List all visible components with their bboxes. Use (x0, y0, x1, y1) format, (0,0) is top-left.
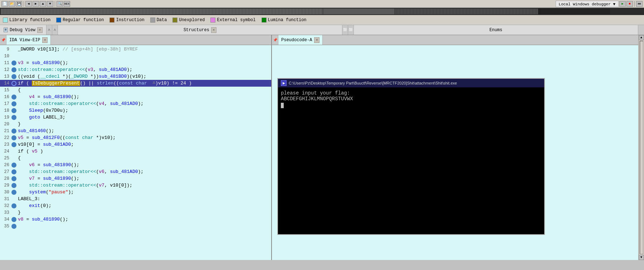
legend-regular: Regular function (56, 18, 104, 23)
legend-external-label: External symbol (217, 18, 255, 23)
tab-debug-view[interactable]: ≡ Debug View × (0, 25, 47, 35)
legend-lumina: Lumina function (262, 18, 307, 23)
console-prompt-line2: ABCDEFGHIJKLMNOPQRSTUVWX (281, 96, 541, 102)
dot-31 (11, 197, 16, 202)
code-text-16: v4 = sub_481890(); (18, 94, 79, 100)
legend-unexplored: Unexplored (172, 18, 205, 23)
step-icon[interactable]: ⏭ (636, 1, 643, 7)
code-line-29: 29 std::ostream::operator<<(v7, v10[0]); (0, 182, 271, 189)
tab-enums[interactable]: Enums (354, 25, 638, 35)
dot-17 (11, 101, 16, 106)
stop-icon[interactable]: ■ (626, 1, 633, 7)
legend-data: Data (150, 18, 167, 23)
run-icon[interactable]: ▶ (619, 1, 626, 7)
legend-unexplored-color (172, 18, 177, 23)
debugger-selector[interactable]: Local Windows debugger ▼ (556, 1, 619, 7)
code-line-34: 34 v8 = sub_481890(); (0, 216, 271, 223)
new-icon[interactable]: 📄 (1, 1, 8, 7)
forward-icon[interactable]: ▶ (33, 1, 39, 7)
structures-collapse[interactable]: ⬜ (342, 25, 348, 35)
debug-view-expand[interactable]: A (47, 25, 52, 35)
legend-data-label: Data (157, 18, 167, 23)
code-line-17: 17 std::ostream::operator<<(v4, sub_481A… (0, 100, 271, 107)
ida-pin-icon[interactable]: 📌 (0, 35, 6, 45)
code-text-32: exit(0); (18, 203, 52, 208)
code-text-30: system("pause"); (18, 189, 74, 195)
debug-view-close[interactable]: × (37, 27, 43, 33)
pseudo-pin-icon[interactable]: 📌 (272, 35, 278, 45)
code-line-19: 19 goto LABEL_3; (0, 114, 271, 121)
right-scrollbar[interactable]: ▲ ▼ (638, 35, 644, 260)
code-text-28: v7 = sub_481890(); (18, 176, 79, 181)
search-icon[interactable]: 🔍 (57, 1, 63, 7)
dot-22 (11, 135, 16, 140)
console-title-bar[interactable]: ▶ C:\Users\Pz\Desktop\Temporary Part\Buu… (278, 79, 544, 87)
main-toolbar: 📄 📂 💾 ◀ ▶ ▲ ▼ 🔍 HEX Local Windows debugg… (0, 0, 644, 8)
down-icon[interactable]: ▼ (47, 1, 53, 7)
hex-icon[interactable]: HEX (64, 1, 70, 7)
minimap-content (0, 8, 644, 15)
ida-view-pane: 📌 IDA View-EIP × 9 _DWORD v10[13]; // [e… (0, 35, 272, 260)
code-line-27: 27 std::ostream::operator<<(v6, sub_481A… (0, 168, 271, 175)
ida-tab-row: 📌 IDA View-EIP × (0, 35, 271, 45)
scroll-up-btn[interactable]: ▲ (639, 35, 644, 40)
collapse-icon: ⬜ (343, 28, 347, 32)
tab-pseudocode[interactable]: Pseudocode-A × (278, 35, 323, 45)
code-text-17: std::ostream::operator<<(v4, sub_481AD0)… (18, 101, 143, 106)
up-icon[interactable]: ▲ (40, 1, 46, 7)
enums-collapse-icon: ⬜ (349, 28, 353, 32)
legend-regular-color (56, 18, 61, 23)
code-text-26: v6 = sub_481890(); (18, 162, 79, 168)
pseudocode-close[interactable]: × (314, 37, 319, 43)
pseudocode-label: Pseudocode-A (281, 38, 312, 43)
code-line-28: 28 v7 = sub_481890(); (0, 175, 271, 182)
code-text-19: goto LABEL_3; (18, 115, 65, 120)
code-line-12: 12 std::ostream::operator<<(v3, sub_481A… (0, 66, 271, 73)
code-text-20: } (18, 121, 21, 127)
dot-27 (11, 169, 16, 174)
console-cursor-line (281, 102, 541, 108)
scroll-track[interactable] (640, 41, 643, 254)
legend-external: External symbol (210, 18, 255, 23)
save-icon[interactable]: 💾 (16, 1, 22, 7)
ida-code-area[interactable]: 9 _DWORD v10[13]; // [esp+4h] [ebp-38h] … (0, 45, 271, 260)
dot-21 (11, 129, 16, 134)
code-line-11: 11 v3 = sub_481890(); (0, 59, 271, 66)
code-line-13: 13 ((void (__cdecl *)(_DWORD *))sub_481B… (0, 73, 271, 80)
code-line-24: 24 if ( v5 ) (0, 148, 271, 155)
back-icon[interactable]: ◀ (25, 1, 32, 7)
console-window: ▶ C:\Users\Pz\Desktop\Temporary Part\Buu… (277, 78, 545, 235)
dot-11 (11, 61, 16, 66)
dot-26 (11, 163, 16, 168)
code-line-18: 18 Sleep(0x7D0u); (0, 107, 271, 114)
dot-33 (11, 210, 16, 215)
minimap-segment-right (323, 9, 395, 14)
legend-regular-label: Regular function (63, 18, 104, 23)
pseudo-tab-row: 📌 Pseudocode-A × (272, 35, 638, 45)
minimap-bar (0, 8, 644, 15)
dot-18 (11, 108, 16, 113)
code-line-20: 20 } (0, 121, 271, 127)
enums-collapse[interactable]: ⬜ (348, 25, 354, 35)
ida-view-label: IDA View-EIP (9, 38, 40, 43)
dot-24 (11, 149, 16, 154)
code-line-26: 26 v6 = sub_481890(); (0, 161, 271, 168)
tab-ida-view[interactable]: IDA View-EIP × (6, 35, 51, 45)
console-window-icon: ▶ (281, 80, 287, 86)
legend-instruction-color (109, 18, 114, 23)
legend-instruction: Instruction (109, 18, 144, 23)
tab-structures[interactable]: Structures × (58, 25, 342, 35)
code-line-15: 15 { (0, 87, 271, 93)
code-text-22: v5 = sub_4812F0((const char *)v10); (18, 135, 116, 140)
open-icon[interactable]: 📂 (9, 1, 15, 7)
legend-instruction-label: Instruction (116, 18, 144, 23)
structures-expand-icon: A (54, 28, 55, 32)
legend-library-label: Library function (9, 18, 50, 23)
scroll-down-btn[interactable]: ▼ (639, 255, 644, 260)
ida-view-close[interactable]: × (42, 37, 48, 43)
code-text-34: v8 = sub_481890(); (18, 217, 68, 222)
structures-expand[interactable]: A (52, 25, 58, 35)
structures-close[interactable]: × (211, 27, 216, 33)
dot-13 (11, 74, 16, 79)
console-body[interactable]: please input your flag: ABCDEFGHIJKLMNOP… (278, 87, 544, 234)
